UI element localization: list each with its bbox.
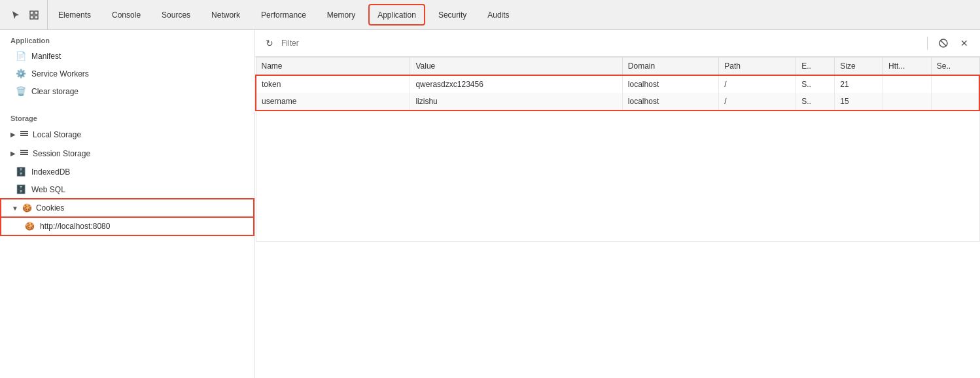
svg-rect-3 [35, 16, 38, 19]
filter-input[interactable] [281, 39, 919, 48]
svg-rect-9 [20, 154, 28, 155]
cell-name-0: token [256, 75, 410, 93]
svg-rect-7 [20, 150, 28, 151]
cell-e-0: S.. [796, 75, 835, 93]
chevron-right-icon: ▶ [10, 131, 16, 138]
top-tabs: Elements Console Sources Network Perform… [48, 0, 977, 29]
svg-line-11 [941, 41, 947, 46]
col-header-domain: Domain [622, 58, 718, 76]
col-header-e: E.. [796, 58, 835, 76]
cell-domain-1: localhost [622, 93, 718, 111]
tab-application[interactable]: Application [368, 4, 425, 26]
cell-value-1: lizishu [410, 93, 622, 111]
data-table: Name Value Domain Path E.. Size Htt... S… [255, 57, 980, 378]
local-storage-icon [20, 129, 29, 140]
sidebar: Application 📄 Manifest ⚙️ Service Worker… [0, 30, 255, 378]
content-area: ↻ ✕ Name Value Domain Path [255, 30, 980, 378]
manifest-label: Manifest [31, 52, 61, 61]
col-header-se: Se.. [931, 58, 979, 76]
tab-performance[interactable]: Performance [251, 0, 317, 29]
svg-rect-6 [20, 135, 28, 136]
tab-security[interactable]: Security [428, 0, 477, 29]
web-sql-icon: 🗄️ [16, 184, 26, 194]
chevron-down-icon: ▼ [12, 205, 18, 212]
svg-rect-0 [30, 11, 33, 14]
filter-bar: ↻ ✕ [255, 30, 980, 57]
col-header-value: Value [410, 58, 622, 76]
cell-se-0 [931, 75, 979, 93]
indexeddb-label: IndexedDB [31, 167, 70, 177]
col-header-path: Path [719, 58, 796, 76]
cell-value-0: qwerasdzxc123456 [410, 75, 622, 93]
manifest-icon: 📄 [16, 51, 26, 61]
storage-section-label: Storage [0, 108, 254, 125]
cell-name-1: username [256, 93, 410, 111]
sidebar-item-clear-storage[interactable]: 🗑️ Clear storage [0, 82, 254, 100]
sidebar-item-session-storage[interactable]: ▶ Session Storage [0, 144, 254, 163]
cell-size-1: 15 [835, 93, 883, 111]
col-header-size: Size [835, 58, 883, 76]
inspect-icon[interactable] [26, 7, 42, 23]
col-header-name: Name [256, 58, 410, 76]
main-layout: Application 📄 Manifest ⚙️ Service Worker… [0, 30, 980, 378]
sidebar-item-local-storage[interactable]: ▶ Local Storage [0, 125, 254, 144]
top-bar: Elements Console Sources Network Perform… [0, 0, 980, 30]
local-storage-label: Local Storage [33, 130, 81, 139]
svg-rect-8 [20, 152, 28, 153]
tab-console[interactable]: Console [101, 0, 151, 29]
tab-memory[interactable]: Memory [317, 0, 366, 29]
svg-rect-2 [30, 16, 33, 19]
tab-audits[interactable]: Audits [477, 0, 519, 29]
cell-se-1 [931, 93, 979, 111]
cursor-icon[interactable] [8, 7, 24, 23]
service-workers-label: Service Workers [31, 69, 89, 78]
indexeddb-icon: 🗄️ [16, 167, 26, 177]
clear-storage-icon: 🗑️ [16, 86, 26, 96]
session-storage-label: Session Storage [33, 149, 90, 158]
sidebar-item-cookies[interactable]: ▼ 🍪 Cookies [0, 198, 254, 216]
tab-sources[interactable]: Sources [151, 0, 201, 29]
sidebar-item-service-workers[interactable]: ⚙️ Service Workers [0, 65, 254, 82]
svg-rect-1 [35, 11, 38, 14]
cell-htt-0 [883, 75, 931, 93]
refresh-button[interactable]: ↻ [263, 37, 276, 50]
cell-domain-0: localhost [622, 75, 718, 93]
cell-size-0: 21 [835, 75, 883, 93]
table-header-row: Name Value Domain Path E.. Size Htt... S… [256, 58, 979, 76]
cell-htt-1 [883, 93, 931, 111]
tab-elements[interactable]: Elements [48, 0, 101, 29]
cookies-label: Cookies [36, 203, 64, 213]
cookie-url-label: http://localhost:8080 [40, 222, 110, 231]
devtools-icons [3, 0, 48, 29]
session-storage-icon [20, 148, 29, 159]
chevron-right-icon2: ▶ [10, 150, 16, 157]
filter-divider [927, 37, 928, 50]
cell-path-1: / [719, 93, 796, 111]
sidebar-item-cookie-url[interactable]: 🍪 http://localhost:8080 [0, 216, 254, 236]
service-workers-icon: ⚙️ [16, 69, 26, 78]
cell-e-1: S.. [796, 93, 835, 111]
cell-path-0: / [719, 75, 796, 93]
close-icon[interactable]: ✕ [956, 35, 972, 51]
svg-rect-5 [20, 133, 28, 134]
block-icon[interactable] [936, 35, 951, 51]
table-row-empty [256, 111, 979, 241]
sidebar-item-indexeddb[interactable]: 🗄️ IndexedDB [0, 163, 254, 180]
cookie-url-icon: 🍪 [25, 222, 35, 231]
cookies-icon: 🍪 [22, 203, 32, 213]
clear-storage-label: Clear storage [31, 87, 79, 96]
tab-network[interactable]: Network [201, 0, 251, 29]
table-row[interactable]: token qwerasdzxc123456 localhost / S.. 2… [256, 75, 979, 93]
col-header-htt: Htt... [883, 58, 931, 76]
table-row[interactable]: username lizishu localhost / S.. 15 [256, 93, 979, 111]
web-sql-label: Web SQL [31, 185, 65, 194]
sidebar-item-manifest[interactable]: 📄 Manifest [0, 47, 254, 65]
application-section-label: Application [0, 30, 254, 47]
svg-rect-4 [20, 131, 28, 132]
sidebar-item-web-sql[interactable]: 🗄️ Web SQL [0, 180, 254, 198]
